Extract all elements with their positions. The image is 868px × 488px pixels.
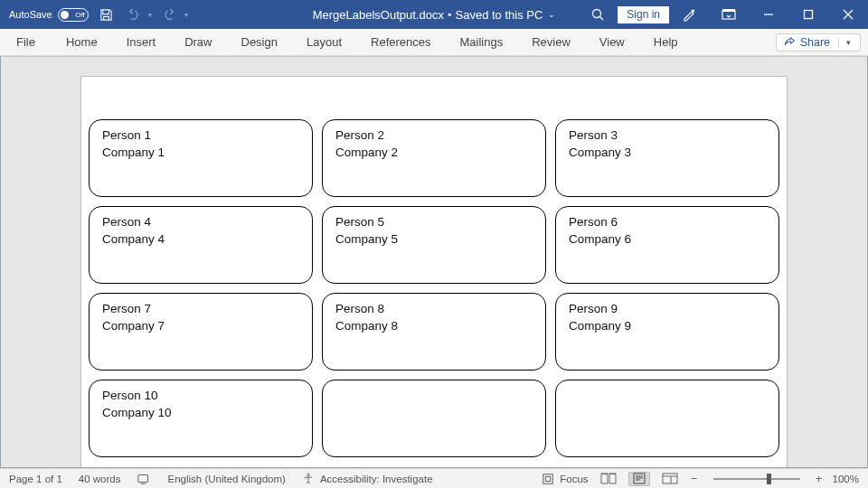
- qat-customize-caret[interactable]: ▾: [184, 11, 188, 19]
- share-caret-icon[interactable]: ▾: [838, 38, 853, 47]
- tab-file[interactable]: File: [0, 29, 52, 55]
- ribbon-options-icon[interactable]: [709, 0, 749, 29]
- zoom-slider[interactable]: [713, 478, 800, 480]
- tab-layout[interactable]: Layout: [292, 29, 356, 55]
- tab-home[interactable]: Home: [52, 29, 112, 55]
- label-person: Person 5: [335, 214, 533, 231]
- label-company: Company 6: [569, 231, 766, 249]
- document-workspace[interactable]: Person 1Company 1Person 2Company 2Person…: [0, 56, 868, 468]
- svg-point-10: [307, 474, 310, 476]
- undo-icon[interactable]: [125, 5, 143, 23]
- tab-mailings[interactable]: Mailings: [446, 29, 518, 55]
- status-word-count[interactable]: 40 words: [79, 474, 121, 484]
- label-person: Person 7: [102, 301, 299, 318]
- svg-rect-9: [137, 474, 147, 482]
- maximize-button[interactable]: [788, 0, 828, 29]
- label-company: Company 1: [102, 145, 299, 162]
- status-accessibility[interactable]: Accessibility: Investigate: [302, 473, 433, 485]
- label-company: Company 9: [569, 318, 766, 335]
- autosave-toggle[interactable]: AutoSave Off: [9, 8, 89, 22]
- tab-design[interactable]: Design: [227, 29, 292, 55]
- status-language[interactable]: English (United Kingdom): [168, 474, 286, 484]
- quick-access-toolbar: AutoSave Off ▾ ▾: [0, 5, 188, 23]
- svg-rect-17: [663, 474, 677, 483]
- status-page[interactable]: Page 1 of 1: [9, 474, 62, 484]
- focus-label: Focus: [560, 474, 588, 484]
- svg-point-0: [593, 10, 601, 18]
- label-company: Company 4: [102, 231, 299, 249]
- label-person: Person 9: [569, 301, 766, 318]
- tab-draw[interactable]: Draw: [170, 29, 226, 55]
- tab-review[interactable]: Review: [517, 29, 585, 55]
- tab-help[interactable]: Help: [639, 29, 693, 55]
- label-company: Company 10: [102, 405, 299, 422]
- ribbon-tabs: File Home Insert Draw Design Layout Refe…: [0, 29, 868, 56]
- title-separator: •: [448, 8, 452, 22]
- label-cell[interactable]: Person 4Company 4: [89, 206, 313, 284]
- title-bar: AutoSave Off ▾ ▾ MergeLabelsOutput.docx …: [0, 0, 868, 29]
- undo-caret[interactable]: ▾: [148, 11, 152, 19]
- status-accessibility-label: Accessibility: Investigate: [320, 474, 433, 484]
- label-cell[interactable]: Person 10Company 10: [89, 380, 313, 457]
- label-person: Person 2: [335, 127, 533, 145]
- share-label: Share: [800, 36, 830, 49]
- share-icon: [784, 36, 796, 48]
- title-dropdown-icon[interactable]: ⌄: [548, 10, 555, 19]
- window-title: MergeLabelsOutput.docx • Saved to this P…: [313, 8, 556, 22]
- tab-insert[interactable]: Insert: [112, 29, 171, 55]
- save-icon[interactable]: [98, 5, 116, 23]
- document-page[interactable]: Person 1Company 1Person 2Company 2Person…: [81, 77, 787, 468]
- share-button[interactable]: Share ▾: [776, 33, 861, 52]
- autosave-label: AutoSave: [9, 9, 52, 20]
- status-bar-right: Focus − + 100%: [542, 472, 859, 486]
- label-cell[interactable]: Person 7Company 7: [89, 293, 313, 371]
- zoom-in-button[interactable]: +: [815, 472, 824, 485]
- search-icon[interactable]: [578, 0, 618, 29]
- svg-rect-12: [546, 476, 551, 481]
- label-company: Company 7: [102, 318, 299, 335]
- status-bar: Page 1 of 1 40 words English (United Kin…: [0, 468, 868, 488]
- label-person: Person 4: [102, 214, 299, 231]
- document-filename: MergeLabelsOutput.docx: [313, 8, 444, 22]
- svg-rect-4: [722, 9, 735, 12]
- view-print-layout[interactable]: [628, 472, 650, 486]
- label-cell[interactable]: Person 1Company 1: [89, 119, 313, 197]
- sign-in-label: Sign in: [627, 8, 660, 21]
- label-cell[interactable]: Person 3Company 3: [555, 119, 779, 197]
- zoom-percent[interactable]: 100%: [833, 474, 859, 484]
- label-person: Person 1: [102, 127, 299, 145]
- svg-rect-6: [805, 11, 813, 19]
- view-web-layout[interactable]: [659, 472, 681, 486]
- status-spellcheck[interactable]: [137, 473, 152, 485]
- spellcheck-icon: [137, 473, 152, 485]
- minimize-button[interactable]: [749, 0, 788, 29]
- autosave-pill[interactable]: Off: [58, 8, 89, 22]
- label-company: Company 2: [335, 145, 533, 162]
- autosave-state: Off: [75, 11, 85, 19]
- label-cell[interactable]: Person 5Company 5: [322, 206, 546, 284]
- label-cell[interactable]: [555, 380, 779, 457]
- zoom-slider-thumb[interactable]: [767, 474, 771, 484]
- tab-references[interactable]: References: [356, 29, 445, 55]
- label-grid: Person 1Company 1Person 2Company 2Person…: [96, 119, 772, 457]
- label-person: Person 10: [102, 388, 299, 405]
- accessibility-icon: [302, 473, 315, 485]
- sign-in-button[interactable]: Sign in: [618, 6, 669, 23]
- tab-view[interactable]: View: [585, 29, 639, 55]
- label-cell[interactable]: Person 6Company 6: [555, 206, 779, 284]
- view-read-mode[interactable]: [598, 472, 619, 486]
- label-cell[interactable]: Person 2Company 2: [322, 119, 546, 197]
- label-cell[interactable]: Person 9Company 9: [555, 293, 779, 371]
- label-cell[interactable]: Person 8Company 8: [322, 293, 546, 371]
- focus-mode-button[interactable]: Focus: [542, 473, 588, 485]
- label-company: Company 8: [335, 318, 533, 335]
- close-button[interactable]: [828, 0, 868, 29]
- zoom-out-button[interactable]: −: [690, 472, 699, 485]
- title-bar-right: Sign in: [578, 0, 868, 29]
- pen-icon[interactable]: [669, 0, 709, 29]
- label-person: Person 3: [569, 127, 766, 145]
- label-person: Person 6: [569, 214, 766, 231]
- label-cell[interactable]: [322, 380, 546, 457]
- redo-icon[interactable]: [161, 5, 179, 23]
- label-company: Company 3: [569, 145, 766, 162]
